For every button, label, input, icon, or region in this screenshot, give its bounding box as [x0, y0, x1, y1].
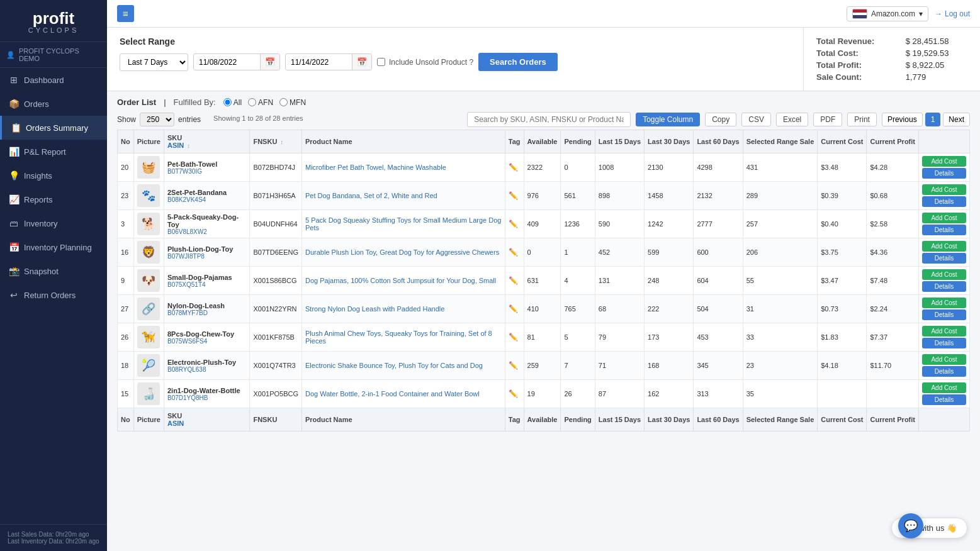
tag-icon[interactable]: ✏️	[509, 191, 518, 200]
cell-actions: Add Cost Details	[918, 210, 969, 238]
tag-icon[interactable]: ✏️	[509, 163, 518, 172]
range-controls: Last 7 Days Last 30 Days Last 60 Days Cu…	[120, 53, 791, 71]
print-button[interactable]: Print	[847, 113, 877, 126]
add-cost-button[interactable]: Add Cost	[922, 298, 966, 308]
cell-available: 976	[524, 182, 561, 210]
asin-link[interactable]: B0T7W30IG	[167, 168, 246, 175]
chat-open-button[interactable]: 💬	[898, 513, 923, 538]
tag-icon[interactable]: ✏️	[509, 389, 518, 398]
tag-icon[interactable]: ✏️	[509, 276, 518, 285]
product-image: 🧺	[137, 156, 160, 179]
details-button[interactable]: Details	[922, 225, 966, 235]
details-button[interactable]: Details	[922, 394, 966, 405]
calendar-to-icon[interactable]: 📅	[352, 54, 371, 70]
previous-page-button[interactable]: Previous	[882, 113, 923, 126]
add-cost-button[interactable]: Add Cost	[922, 269, 966, 280]
sidebar-item-snapshot[interactable]: 📸Snapshot	[0, 259, 107, 283]
radio-all[interactable]: All	[223, 98, 242, 107]
cell-sku: Small-Dog-Pajamas B075XQ51T4	[164, 267, 249, 295]
pdf-button[interactable]: PDF	[813, 113, 842, 126]
product-name-link[interactable]: Microfiber Pet Bath Towel, Machine Washa…	[305, 164, 446, 171]
tag-icon[interactable]: ✏️	[509, 333, 518, 342]
add-cost-button[interactable]: Add Cost	[922, 213, 966, 223]
col-pending: Pending	[561, 130, 595, 153]
add-cost-button[interactable]: Add Cost	[922, 184, 966, 195]
details-button[interactable]: Details	[922, 168, 966, 179]
product-name-link[interactable]: Dog Pajamas, 100% Cotton Soft Jumpsuit f…	[305, 277, 496, 284]
sidebar-item-orders[interactable]: 📦Orders	[0, 92, 107, 116]
sidebar-item-insights[interactable]: 💡Insights	[0, 164, 107, 187]
cell-current-profit	[867, 380, 919, 408]
sidebar-item-inventory-planning[interactable]: 📅Inventory Planning	[0, 235, 107, 259]
menu-toggle-button[interactable]: ≡	[117, 5, 134, 22]
date-from-input[interactable]	[194, 55, 260, 70]
asin-link[interactable]: B07WJI8TP8	[167, 253, 246, 260]
details-button[interactable]: Details	[922, 366, 966, 377]
preset-select[interactable]: Last 7 Days Last 30 Days Last 60 Days Cu…	[120, 53, 188, 71]
asin-link[interactable]: B078MYF7BD	[167, 309, 246, 316]
asin-link[interactable]: B06V8L8XW2	[167, 228, 246, 235]
total-profit-value: $ 8,922.05	[906, 60, 967, 70]
radio-mfn[interactable]: MFN	[279, 98, 306, 107]
sku-name: Pet-Bath-Towel	[167, 160, 217, 168]
product-name-link[interactable]: Pet Dog Bandana, Set of 2, White and Red	[305, 192, 437, 199]
country-select[interactable]: Amazon.com ▾	[847, 6, 928, 21]
cell-tag: ✏️	[505, 153, 524, 182]
details-button[interactable]: Details	[922, 309, 966, 320]
tag-icon[interactable]: ✏️	[509, 304, 518, 313]
tag-icon[interactable]: ✏️	[509, 248, 518, 257]
asin-link[interactable]: B08RYQL638	[167, 366, 246, 373]
calendar-from-icon[interactable]: 📅	[260, 54, 279, 70]
logout-button[interactable]: → Log out	[935, 9, 970, 18]
add-cost-button[interactable]: Add Cost	[922, 354, 966, 365]
cell-picture: 🦁	[133, 238, 164, 267]
asin-link[interactable]: B08K2VK4S4	[167, 196, 246, 203]
tag-icon[interactable]: ✏️	[509, 220, 518, 228]
details-button[interactable]: Details	[922, 196, 966, 207]
sidebar-item-dashboard[interactable]: ⊞Dashboard	[0, 68, 107, 92]
details-button[interactable]: Details	[922, 338, 966, 348]
date-to-input[interactable]	[286, 55, 352, 70]
product-name-link[interactable]: Electronic Shake Bounce Toy, Plush Toy f…	[305, 362, 483, 369]
details-button[interactable]: Details	[922, 281, 966, 292]
copy-button[interactable]: Copy	[705, 113, 736, 126]
sku-name: Electronic-Plush-Toy	[167, 359, 236, 366]
product-name-link[interactable]: Dog Water Bottle, 2-in-1 Food Container …	[305, 390, 480, 398]
tag-icon[interactable]: ✏️	[509, 361, 518, 370]
sidebar-item-pl-report[interactable]: 📊P&L Report	[0, 140, 107, 164]
asin-link[interactable]: B07D1YQ8HB	[167, 394, 246, 401]
product-name-link[interactable]: Strong Nylon Dog Leash with Padded Handl…	[305, 305, 444, 313]
col-sku: SKUASIN ↕	[164, 130, 249, 153]
sidebar-item-reports[interactable]: 📈Reports	[0, 187, 107, 211]
cell-product-name: Microfiber Pet Bath Towel, Machine Washa…	[301, 153, 505, 182]
excel-button[interactable]: Excel	[776, 113, 808, 126]
cell-pending: 4	[561, 267, 595, 295]
product-name-link[interactable]: Durable Plush Lion Toy, Great Dog Toy fo…	[305, 248, 499, 256]
toggle-column-button[interactable]: Toggle Column	[636, 113, 700, 126]
entries-select[interactable]: 250102550100	[140, 113, 174, 126]
add-cost-button[interactable]: Add Cost	[922, 241, 966, 252]
nav-icon-insights: 💡	[9, 170, 19, 181]
asin-link[interactable]: B075XQ51T4	[167, 281, 246, 288]
radio-afn[interactable]: AFN	[248, 98, 273, 107]
footer-col-no: No	[118, 408, 134, 431]
details-button[interactable]: Details	[922, 253, 966, 264]
cell-no: 18	[118, 352, 134, 380]
csv-button[interactable]: CSV	[741, 113, 771, 126]
cell-fnsku: X001Q74TR3	[250, 352, 302, 380]
next-page-button[interactable]: Next	[943, 113, 970, 126]
add-cost-button[interactable]: Add Cost	[922, 382, 966, 393]
search-input[interactable]	[467, 112, 631, 127]
add-cost-button[interactable]: Add Cost	[922, 326, 966, 337]
sidebar-item-return-orders[interactable]: ↩Return Orders	[0, 283, 107, 307]
cell-pending: 0	[561, 153, 595, 182]
asin-link[interactable]: B075WS6FS4	[167, 338, 246, 345]
add-cost-button[interactable]: Add Cost	[922, 156, 966, 167]
sidebar-item-inventory[interactable]: 🗃Inventory	[0, 211, 107, 235]
page-1-button[interactable]: 1	[925, 113, 941, 126]
search-orders-button[interactable]: Search Orders	[478, 53, 558, 71]
product-name-link[interactable]: Plush Animal Chew Toys, Squeaky Toys for…	[305, 330, 492, 345]
unsold-checkbox[interactable]	[377, 58, 385, 66]
sidebar-item-orders-summary[interactable]: 📋Orders Summary	[0, 116, 107, 140]
product-name-link[interactable]: 5 Pack Dog Squeaky Stuffing Toys for Sma…	[305, 216, 501, 231]
